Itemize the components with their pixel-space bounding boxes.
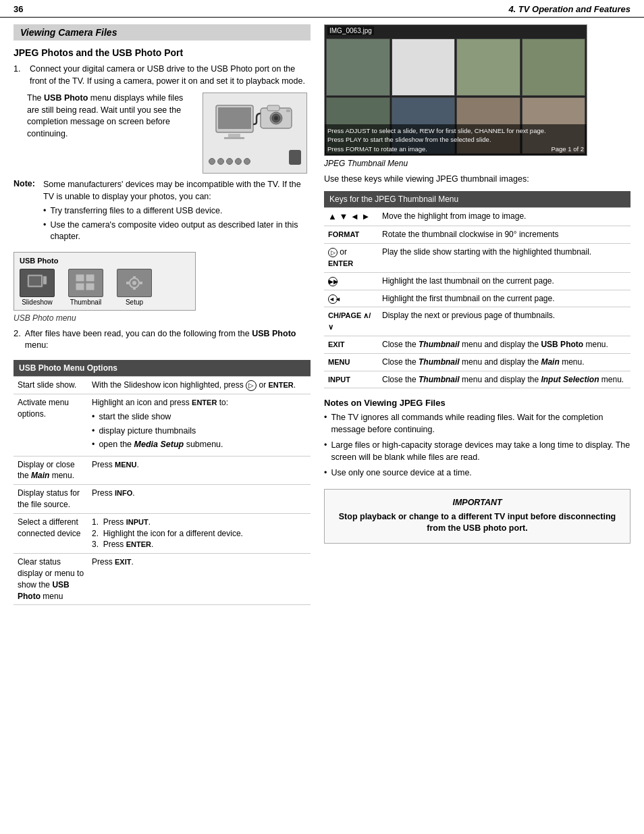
- step-1-num: 1.: [14, 63, 26, 87]
- numbered-list: 1. Connect your digital camera or USB dr…: [14, 63, 311, 87]
- play-circle-icon: ▷: [246, 380, 257, 391]
- chapter-title: 4. TV Operation and Features: [508, 4, 630, 14]
- keys-table-header: Keys for the JPEG Thumbnail Menu: [324, 191, 630, 208]
- jpeg-thumb-caption: JPEG Thumbnail Menu: [324, 159, 630, 168]
- key-desc-5: Display the next or previous page of thu…: [378, 307, 630, 336]
- note-text: Some manufacturers' devices may be incom…: [43, 180, 301, 201]
- right-column: IMG_0063.jpg Press ADJUST to select a sl…: [324, 24, 630, 612]
- notes-bullets-list: The TV ignores all commands while readin…: [324, 412, 630, 479]
- key-row-0: ▲ ▼ ◄ ► Move the highlight from image to…: [324, 208, 630, 226]
- usb-icon-slideshow: Slideshow: [20, 269, 55, 306]
- step-2: 2. After files have been read, you can d…: [14, 328, 311, 356]
- key-6: EXIT: [324, 336, 378, 354]
- options-row-1: Activate menu options. Highlight an icon…: [14, 394, 311, 456]
- svg-point-8: [274, 116, 278, 120]
- subsection-heading: JPEG Photos and the USB Photo Port: [14, 47, 311, 58]
- usb-icon-setup: Setup: [117, 269, 152, 306]
- content-area: Viewing Camera Files JPEG Photos and the…: [0, 18, 644, 619]
- key-4: ◄◄: [324, 290, 378, 307]
- key-desc-6: Close the Thumbnail menu and display the…: [378, 336, 630, 354]
- note-section: Note: Some manufacturers' devices may be…: [14, 179, 311, 245]
- options-col1-2: Display or close the Main menu.: [14, 456, 88, 485]
- camera-illustration: [203, 93, 307, 174]
- note-label: Note:: [14, 179, 39, 245]
- setup-icon-box: [117, 269, 152, 297]
- important-text: Stop playback or change to a different T…: [334, 511, 620, 535]
- key-row-3: ▶▶ Highlight the last thumbnail on the c…: [324, 272, 630, 290]
- key-row-8: INPUT Close the Thumbnail menu and displ…: [324, 371, 630, 388]
- options-col1-4: Select a different connected device: [14, 513, 88, 553]
- page-header: 36 4. TV Operation and Features: [0, 0, 644, 18]
- jpeg-thumbnail-screenshot: IMG_0063.jpg Press ADJUST to select a sl…: [324, 24, 587, 156]
- key-2: ▷ or ENTER: [324, 244, 378, 273]
- keys-table-header-row: Keys for the JPEG Thumbnail Menu: [324, 191, 630, 208]
- btn4: [235, 158, 242, 165]
- options-row-5: Clear status display or menu to show the…: [14, 554, 311, 605]
- options-col2-5: Press EXIT.: [88, 554, 311, 605]
- key-7: MENU: [324, 353, 378, 371]
- image-overlay: Press ADJUST to select a slide, REW for …: [325, 124, 587, 155]
- camera-bottom-area: [203, 150, 306, 173]
- usb-icon-thumbnail: Thumbnail: [68, 269, 103, 306]
- thumbnail-icon: [75, 273, 97, 292]
- slideshow-icon: [26, 273, 48, 292]
- options-table: USB Photo Menu Options Start slide show.…: [14, 360, 311, 606]
- note-bullet-1: Try transferring files to a different US…: [43, 205, 311, 217]
- key-desc-3: Highlight the last thumbnail on the curr…: [378, 272, 630, 290]
- svg-rect-15: [76, 283, 84, 290]
- svg-rect-2: [228, 134, 240, 137]
- options-col2-0: With the Slideshow icon highlighted, pre…: [88, 377, 311, 394]
- usb-menu-illustration: USB Photo Slideshow: [14, 252, 196, 311]
- key-5: CH/PAGE ∧/∨: [324, 307, 378, 336]
- camera-buttons: [209, 158, 250, 165]
- thumb-3: [456, 38, 520, 96]
- thumb-4: [522, 38, 586, 96]
- overlay-line-3: Press FORMAT to rotate an image.: [327, 145, 427, 153]
- key-desc-0: Move the highlight from image to image.: [378, 208, 630, 226]
- note-viewing-1: The TV ignores all commands while readin…: [324, 412, 630, 436]
- key-row-6: EXIT Close the Thumbnail menu and displa…: [324, 336, 630, 354]
- key-8: INPUT: [324, 371, 378, 388]
- image-filename: IMG_0063.jpg: [327, 26, 374, 35]
- btn2: [217, 158, 224, 165]
- btn5: [244, 158, 250, 165]
- svg-rect-20: [133, 287, 136, 290]
- usb-photo-desc-text: The USB Photo menu displays while files …: [27, 93, 183, 138]
- options-row-2: Display or close the Main menu. Press ME…: [14, 456, 311, 485]
- svg-rect-1: [218, 107, 251, 129]
- camera-section: The USB Photo menu displays while files …: [27, 93, 311, 174]
- svg-rect-19: [133, 276, 136, 279]
- svg-rect-14: [86, 274, 95, 282]
- activate-bullets: start the slide show display picture thu…: [92, 411, 306, 451]
- svg-rect-12: [43, 276, 47, 284]
- overlay-line-2: Press PLAY to start the slideshow from t…: [327, 136, 491, 143]
- thumb-2: [392, 38, 456, 96]
- svg-rect-16: [86, 283, 95, 290]
- key-row-7: MENU Close the Thumbnail menu and displa…: [324, 353, 630, 371]
- remote-icon: [289, 150, 301, 165]
- step-2-num: 2.: [14, 328, 21, 356]
- left-column: Viewing Camera Files JPEG Photos and the…: [14, 24, 311, 612]
- note-bullets: Try transferring files to a different US…: [43, 205, 311, 243]
- svg-rect-21: [126, 282, 129, 284]
- step-2-text: After files have been read, you can do t…: [25, 328, 311, 352]
- camera-image-area: [203, 93, 311, 174]
- key-0: ▲ ▼ ◄ ►: [324, 208, 378, 226]
- note-viewing-3: Use only one source device at a time.: [324, 467, 630, 479]
- btn1: [209, 158, 215, 165]
- svg-rect-5: [267, 105, 279, 111]
- ff-icon: ▶▶: [328, 277, 338, 286]
- page-container: 36 4. TV Operation and Features Viewing …: [0, 0, 644, 834]
- thumbnail-label: Thumbnail: [70, 298, 102, 306]
- rew-icon: ◄◄: [328, 294, 338, 304]
- options-row-0: Start slide show. With the Slideshow ico…: [14, 377, 311, 394]
- key-desc-2: Play the slide show starting with the hi…: [378, 244, 630, 273]
- options-col2-3: Press INFO.: [88, 485, 311, 514]
- note-bullet-2: Use the camera's composite video output …: [43, 219, 311, 243]
- key-desc-7: Close the Thumbnail menu and display the…: [378, 353, 630, 371]
- options-col1-0: Start slide show.: [14, 377, 88, 394]
- note-viewing-2: Large files or high-capacity storage dev…: [324, 440, 630, 463]
- options-col1-5: Clear status display or menu to show the…: [14, 554, 88, 605]
- page-indicator: Page 1 of 2: [551, 145, 584, 153]
- page-number: 36: [14, 4, 23, 14]
